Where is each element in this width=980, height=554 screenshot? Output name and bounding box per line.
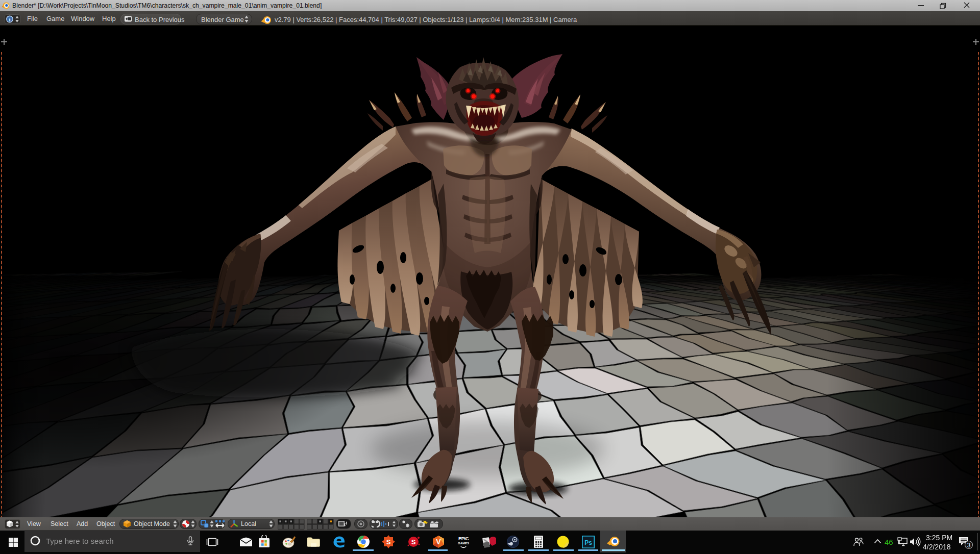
svg-text:V: V (436, 538, 441, 546)
svg-text:S: S (411, 538, 416, 546)
svg-text:Ps: Ps (584, 539, 592, 546)
svg-text:i: i (9, 16, 10, 22)
svg-text:S: S (386, 538, 391, 546)
svg-text:EPIC: EPIC (458, 536, 469, 541)
svg-text:3: 3 (967, 542, 971, 549)
svg-text:GAMES: GAMES (458, 542, 469, 545)
